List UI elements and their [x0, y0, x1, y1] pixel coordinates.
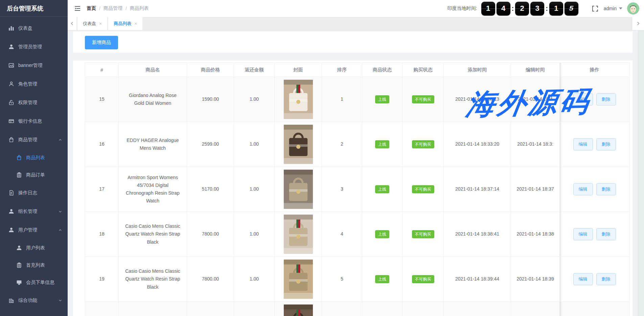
sidebar-item[interactable]: banner管理 [0, 56, 68, 75]
chevron-right-icon[interactable] [632, 17, 644, 30]
clock-digit: 1 [481, 2, 495, 16]
product-cover-image [284, 125, 313, 164]
cell-refund: 1.00 [234, 257, 275, 302]
sidebar-item[interactable]: 仪表盘 [0, 19, 68, 38]
cell-actions: 编辑删除 [560, 212, 629, 257]
sidebar-item-label: banner管理 [18, 63, 43, 69]
breadcrumb-product-mgmt[interactable]: 商品管理 [104, 5, 122, 11]
sidebar-item[interactable]: 用户列表 [0, 239, 68, 257]
column-header: 添加时间 [444, 63, 511, 77]
close-icon[interactable]: × [99, 21, 102, 26]
table-row: 19Casio Casio Mens Classic Quartz Watch … [85, 257, 629, 302]
cell-product-name: Casio Casio Mens Classic Quartz Watch Re… [119, 212, 187, 257]
product-table: #商品名商品价格返还金额封面排序商品状态购买状态添加时间编辑时间操作 15Gio… [85, 63, 629, 316]
sidebar-item-label: 组长管理 [18, 209, 37, 215]
chevron-down-icon [619, 7, 622, 9]
cell-cover [275, 302, 322, 316]
cell-buy-status: 不可购买 [402, 77, 444, 122]
cell-cover [275, 167, 322, 212]
cell-sort: 3 [322, 167, 362, 212]
user-menu[interactable]: admin [604, 6, 622, 11]
sidebar-item-label: 仪表盘 [18, 25, 32, 31]
cell-id: 16 [85, 122, 119, 167]
sidebar-item[interactable]: 用户管理 [0, 221, 68, 239]
delete-button[interactable]: 删除 [596, 183, 616, 195]
flip-clock: 14:23:15 [481, 2, 579, 16]
chart-bar-icon [8, 25, 15, 31]
hamburger-icon[interactable] [74, 6, 80, 11]
status-badge: 上线 [375, 140, 389, 148]
column-header: 返还金额 [234, 63, 275, 77]
delete-button[interactable]: 删除 [596, 228, 616, 240]
clipboard-icon [16, 262, 22, 268]
delete-button[interactable]: 删除 [596, 93, 616, 105]
sidebar-item[interactable]: 角色管理 [0, 75, 68, 93]
sidebar-item-label: 银行卡信息 [18, 118, 42, 124]
cell-edited-time: 2021-01-14 18:3: [511, 122, 560, 167]
cell-buy-status: 不可购买 [402, 257, 444, 302]
status-badge: 上线 [375, 230, 389, 238]
top-header: 首页 / 商品管理 / 商品列表 印度当地时间: 14:23:15 admin [68, 0, 644, 17]
column-header: 编辑时间 [511, 63, 560, 77]
sidebar-item[interactable]: 管理员管理 [0, 38, 68, 56]
header-right: 印度当地时间: 14:23:15 admin [447, 2, 639, 16]
edit-button[interactable]: 编辑 [573, 273, 593, 285]
username: admin [604, 6, 617, 11]
cell-edited-time [511, 302, 560, 316]
tab-bar: 仪表盘×商品列表× [68, 17, 644, 30]
add-product-button[interactable]: 新增商品 [85, 36, 118, 49]
product-cover-image [284, 170, 313, 209]
fullscreen-icon[interactable] [592, 5, 598, 12]
sidebar-item-label: 商品列表 [26, 155, 45, 161]
sidebar-item[interactable]: 首充列表 [0, 257, 68, 274]
cell-product-name: Giordano Analog Rose Gold Dial Women [119, 77, 187, 122]
delete-button[interactable]: 删除 [596, 138, 616, 150]
page-scrollbar[interactable] [638, 30, 644, 316]
tab[interactable]: 仪表盘× [77, 17, 107, 30]
column-header: 排序 [322, 63, 362, 77]
sidebar-item[interactable]: 银行卡信息 [0, 112, 68, 130]
edit-button[interactable]: 编辑 [573, 138, 593, 150]
cell-edited-time: 2021-01-14 18:39 [511, 257, 560, 302]
close-icon[interactable]: × [134, 21, 137, 26]
sidebar: 后台管理系统 仪表盘管理员管理banner管理角色管理权限管理银行卡信息商品管理… [0, 0, 68, 316]
cell-sort: 5 [322, 257, 362, 302]
sidebar-item[interactable]: 权限管理 [0, 93, 68, 112]
delete-button[interactable]: 删除 [596, 273, 616, 285]
status-badge: 不可购买 [412, 275, 434, 283]
sidebar-item[interactable]: 会员下单信息 [0, 274, 68, 291]
chevron-down-icon [58, 210, 62, 214]
sidebar-item[interactable]: 操作日志 [0, 184, 68, 202]
user-icon [8, 227, 15, 233]
cell-price: 1590.00 [187, 77, 234, 122]
sidebar-item[interactable]: 商品管理 [0, 130, 68, 149]
column-header: 商品状态 [362, 63, 402, 77]
breadcrumb-home[interactable]: 首页 [87, 5, 96, 11]
sidebar-item[interactable]: 商品列表 [0, 149, 68, 166]
sidebar-item[interactable]: 综合功能 [0, 291, 68, 310]
sidebar-item-label: 用户管理 [18, 227, 37, 233]
edit-button[interactable]: 编辑 [573, 228, 593, 240]
table-row: Casio Casio Mens Classic Q [85, 302, 629, 316]
edit-button[interactable]: 编辑 [573, 93, 593, 105]
sidebar-item[interactable]: 组长管理 [0, 202, 68, 221]
toolbar-panel: 新增商品 [73, 31, 632, 53]
cell-actions: 编辑删除 [560, 257, 629, 302]
sidebar-item-label: 首充列表 [26, 262, 45, 268]
chevron-left-icon[interactable] [68, 17, 76, 30]
clock-digit: 3 [530, 2, 544, 16]
status-badge: 不可购买 [412, 140, 434, 148]
cell-price: 2599.00 [187, 122, 234, 167]
product-cover-image [284, 80, 313, 119]
tab[interactable]: 商品列表× [108, 17, 142, 30]
cell-refund [234, 302, 275, 316]
chevron-down-icon [58, 298, 62, 302]
sidebar-item-label: 会员下单信息 [26, 279, 54, 286]
sidebar-menu: 仪表盘管理员管理banner管理角色管理权限管理银行卡信息商品管理商品列表商品订… [0, 17, 68, 310]
sidebar-item[interactable]: 商品订单 [0, 166, 68, 184]
user-icon [16, 245, 22, 251]
tab-label: 仪表盘 [83, 21, 96, 27]
edit-button[interactable]: 编辑 [573, 183, 593, 195]
table-row: 17Armitron Sport Womens 45/7034 Digital … [85, 167, 629, 212]
avatar[interactable] [627, 2, 639, 15]
